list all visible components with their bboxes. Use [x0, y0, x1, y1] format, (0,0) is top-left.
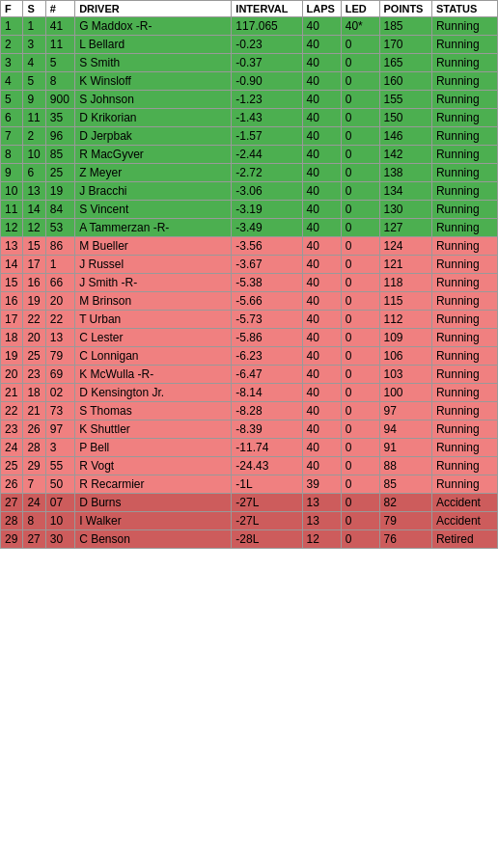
- led: 0: [341, 182, 379, 201]
- finishing-pos: 5: [1, 91, 23, 109]
- led: 0: [341, 384, 379, 402]
- status: Running: [431, 475, 497, 494]
- car-number: 5: [45, 54, 74, 72]
- column-header-points: POINTS: [379, 1, 431, 17]
- starting-pos: 26: [23, 420, 45, 439]
- finishing-pos: 12: [1, 219, 23, 237]
- points: 79: [379, 512, 431, 530]
- points: 160: [379, 72, 431, 91]
- car-number: 41: [45, 17, 74, 36]
- driver-name: K Shuttler: [75, 420, 232, 439]
- led: 0: [341, 366, 379, 384]
- status: Running: [431, 219, 497, 237]
- table-row: 292730C Benson-28L12076Retired: [1, 530, 498, 549]
- starting-pos: 24: [23, 494, 45, 512]
- interval: -3.67: [232, 256, 302, 274]
- driver-name: A Tammerzan -R-: [75, 219, 232, 237]
- points: 138: [379, 164, 431, 182]
- driver-name: S Thomas: [75, 402, 232, 420]
- finishing-pos: 29: [1, 530, 23, 549]
- points: 112: [379, 311, 431, 329]
- points: 185: [379, 17, 431, 36]
- table-row: 2311L Bellard-0.23400170Running: [1, 36, 498, 54]
- starting-pos: 7: [23, 475, 45, 494]
- table-row: 211802D Kensington Jr.-8.14400100Running: [1, 384, 498, 402]
- car-number: 85: [45, 146, 74, 164]
- finishing-pos: 1: [1, 17, 23, 36]
- led: 0: [341, 439, 379, 457]
- starting-pos: 18: [23, 384, 45, 402]
- table-row: 9625Z Meyer-2.72400138Running: [1, 164, 498, 182]
- interval: 117.065: [232, 17, 302, 36]
- starting-pos: 3: [23, 36, 45, 54]
- status: Running: [431, 36, 497, 54]
- status: Running: [431, 366, 497, 384]
- driver-name: G Maddox -R-: [75, 17, 232, 36]
- driver-name: C Benson: [75, 530, 232, 549]
- table-row: 232697K Shuttler-8.3940094Running: [1, 420, 498, 439]
- status: Accident: [431, 512, 497, 530]
- car-number: 69: [45, 366, 74, 384]
- car-number: 19: [45, 182, 74, 201]
- finishing-pos: 23: [1, 420, 23, 439]
- driver-name: D Kensington Jr.: [75, 384, 232, 402]
- status: Running: [431, 182, 497, 201]
- car-number: 02: [45, 384, 74, 402]
- driver-name: R Recarmier: [75, 475, 232, 494]
- points: 85: [379, 475, 431, 494]
- table-row: 345S Smith-0.37400165Running: [1, 54, 498, 72]
- status: Running: [431, 146, 497, 164]
- led: 0: [341, 237, 379, 256]
- finishing-pos: 16: [1, 292, 23, 311]
- table-row: 131586M Bueller-3.56400124Running: [1, 237, 498, 256]
- finishing-pos: 2: [1, 36, 23, 54]
- led: 40*: [341, 17, 379, 36]
- led: 0: [341, 347, 379, 366]
- car-number: 07: [45, 494, 74, 512]
- status: Running: [431, 292, 497, 311]
- led: 0: [341, 494, 379, 512]
- column-header-driver: DRIVER: [75, 1, 232, 17]
- driver-name: L Bellard: [75, 36, 232, 54]
- driver-name: D Jerpbak: [75, 127, 232, 146]
- laps: 40: [302, 72, 341, 91]
- points: 127: [379, 219, 431, 237]
- interval: -5.73: [232, 311, 302, 329]
- points: 121: [379, 256, 431, 274]
- finishing-pos: 10: [1, 182, 23, 201]
- laps: 13: [302, 512, 341, 530]
- table-row: 192579C Lonnigan-6.23400106Running: [1, 347, 498, 366]
- status: Running: [431, 91, 497, 109]
- starting-pos: 11: [23, 109, 45, 127]
- finishing-pos: 18: [1, 329, 23, 347]
- status: Running: [431, 109, 497, 127]
- car-number: 20: [45, 292, 74, 311]
- starting-pos: 20: [23, 329, 45, 347]
- led: 0: [341, 475, 379, 494]
- led: 0: [341, 274, 379, 292]
- table-row: 59900S Johnson-1.23400155Running: [1, 91, 498, 109]
- interval: -28L: [232, 530, 302, 549]
- points: 115: [379, 292, 431, 311]
- points: 88: [379, 457, 431, 475]
- finishing-pos: 9: [1, 164, 23, 182]
- table-row: 24283P Bell-11.7440091Running: [1, 439, 498, 457]
- interval: -3.19: [232, 201, 302, 219]
- points: 165: [379, 54, 431, 72]
- interval: -5.38: [232, 274, 302, 292]
- laps: 40: [302, 274, 341, 292]
- driver-name: J Bracchi: [75, 182, 232, 201]
- driver-name: S Smith: [75, 54, 232, 72]
- starting-pos: 12: [23, 219, 45, 237]
- starting-pos: 16: [23, 274, 45, 292]
- status: Running: [431, 164, 497, 182]
- starting-pos: 15: [23, 237, 45, 256]
- interval: -5.66: [232, 292, 302, 311]
- driver-name: R Vogt: [75, 457, 232, 475]
- finishing-pos: 6: [1, 109, 23, 127]
- laps: 39: [302, 475, 341, 494]
- interval: -6.47: [232, 366, 302, 384]
- car-number: 86: [45, 237, 74, 256]
- column-header-interval: INTERVAL: [232, 1, 302, 17]
- finishing-pos: 4: [1, 72, 23, 91]
